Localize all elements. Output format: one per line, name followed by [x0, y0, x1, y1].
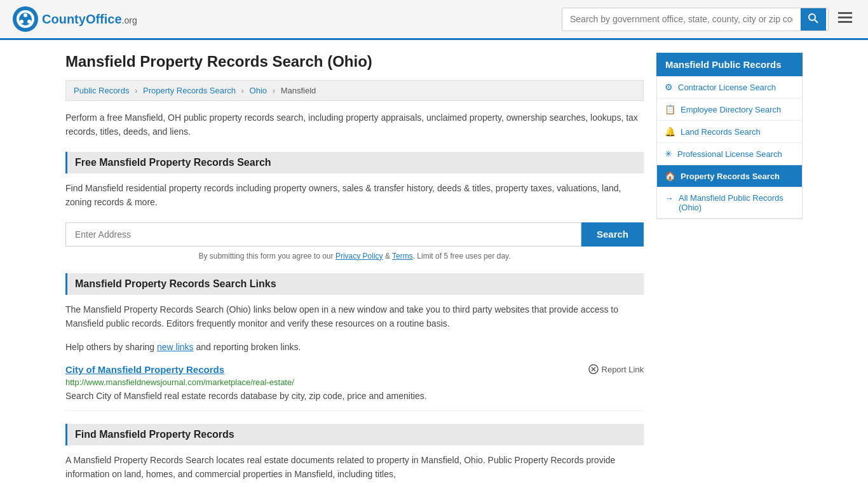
svg-point-5	[20, 20, 24, 24]
breadcrumb: Public Records › Property Records Search…	[65, 80, 644, 101]
breadcrumb-property-records-search[interactable]: Property Records Search	[143, 86, 236, 95]
sidebar-item-professional-license[interactable]: ✳ Professional License Search	[657, 143, 802, 165]
sidebar-item-property-records[interactable]: 🏠 Property Records Search	[657, 165, 802, 187]
privacy-policy-link[interactable]: Privacy Policy	[336, 252, 383, 261]
content-area: Mansfield Property Records Search (Ohio)…	[65, 53, 644, 482]
breadcrumb-public-records[interactable]: Public Records	[74, 86, 129, 95]
links-heading: Mansfield Property Records Search Links	[65, 273, 644, 295]
sidebar: Mansfield Public Records ⚙ Contractor Li…	[656, 53, 803, 482]
site-header: CountyOffice.org	[0, 0, 868, 40]
asterisk-icon: ✳	[665, 149, 672, 159]
sidebar-item-contractor-license[interactable]: ⚙ Contractor License Search	[657, 76, 802, 98]
hamburger-menu-icon[interactable]	[835, 8, 855, 30]
form-note: By submitting this form you agree to our…	[65, 252, 644, 261]
free-search-section: Free Mansfield Property Records Search F…	[65, 152, 644, 261]
document-icon: 📋	[665, 104, 675, 114]
arrow-right-icon: →	[665, 193, 674, 203]
address-search-button[interactable]: Search	[581, 222, 644, 247]
links-description: The Mansfield Property Records Search (O…	[65, 302, 644, 331]
logo-icon	[13, 6, 38, 32]
employee-directory-link[interactable]: Employee Directory Search	[681, 105, 781, 114]
help-text: Help others by sharing new links and rep…	[65, 340, 644, 354]
svg-rect-9	[838, 17, 852, 18]
gear-icon: ⚙	[665, 82, 673, 92]
find-heading: Find Mansfield Property Records	[65, 424, 644, 445]
sidebar-item-employee-directory[interactable]: 📋 Employee Directory Search	[657, 98, 802, 121]
find-description: A Mansfield Property Records Search loca…	[65, 453, 644, 482]
svg-rect-10	[838, 21, 852, 23]
logo-text: CountyOffice.org	[42, 12, 137, 27]
page-description: Perform a free Mansfield, OH public prop…	[65, 111, 644, 139]
global-search-button[interactable]	[801, 8, 826, 30]
page-title: Mansfield Property Records Search (Ohio)	[65, 53, 644, 71]
new-links-link[interactable]: new links	[157, 342, 194, 352]
land-records-link[interactable]: Land Records Search	[681, 127, 761, 137]
sidebar-list: ⚙ Contractor License Search 📋 Employee D…	[656, 76, 803, 219]
contractor-license-link[interactable]: Contractor License Search	[678, 83, 776, 92]
record-entry: City of Mansfield Property Records Repor…	[65, 364, 644, 411]
terms-link[interactable]: Terms	[392, 252, 413, 261]
sidebar-item-land-records[interactable]: 🔔 Land Records Search	[657, 121, 802, 143]
find-section: Find Mansfield Property Records A Mansfi…	[65, 424, 644, 482]
address-search-form: Search By submitting this form you agree…	[65, 222, 644, 261]
svg-line-7	[815, 20, 818, 23]
record-description: Search City of Mansfield real estate rec…	[65, 390, 644, 403]
sidebar-title: Mansfield Public Records	[656, 53, 803, 76]
free-search-description: Find Mansfield residential property reco…	[65, 181, 644, 210]
global-search-container	[562, 8, 829, 31]
free-search-heading: Free Mansfield Property Records Search	[65, 152, 644, 173]
logo-area: CountyOffice.org	[13, 6, 137, 32]
sidebar-item-all-records[interactable]: → All Mansfield Public Records (Ohio)	[657, 187, 802, 219]
bell-icon: 🔔	[665, 126, 675, 137]
header-right	[562, 8, 855, 31]
professional-license-link[interactable]: Professional License Search	[677, 149, 782, 159]
svg-point-6	[809, 14, 815, 20]
property-records-label: Property Records Search	[681, 172, 780, 181]
main-container: Mansfield Property Records Search (Ohio)…	[53, 40, 815, 488]
record-url: http://www.mansfieldnewsjournal.com/mark…	[65, 377, 644, 387]
report-link[interactable]: Report Link	[588, 364, 644, 374]
breadcrumb-mansfield: Mansfield	[281, 86, 316, 95]
breadcrumb-ohio[interactable]: Ohio	[250, 86, 267, 95]
global-search-input[interactable]	[562, 9, 801, 29]
address-search-input[interactable]	[65, 222, 581, 247]
links-section: Mansfield Property Records Search Links …	[65, 273, 644, 411]
record-title[interactable]: City of Mansfield Property Records	[65, 364, 224, 375]
home-icon: 🏠	[665, 171, 675, 181]
all-public-records-link[interactable]: All Mansfield Public Records (Ohio)	[679, 193, 794, 212]
svg-point-3	[24, 13, 27, 17]
svg-point-4	[27, 20, 31, 24]
svg-rect-8	[838, 12, 852, 14]
